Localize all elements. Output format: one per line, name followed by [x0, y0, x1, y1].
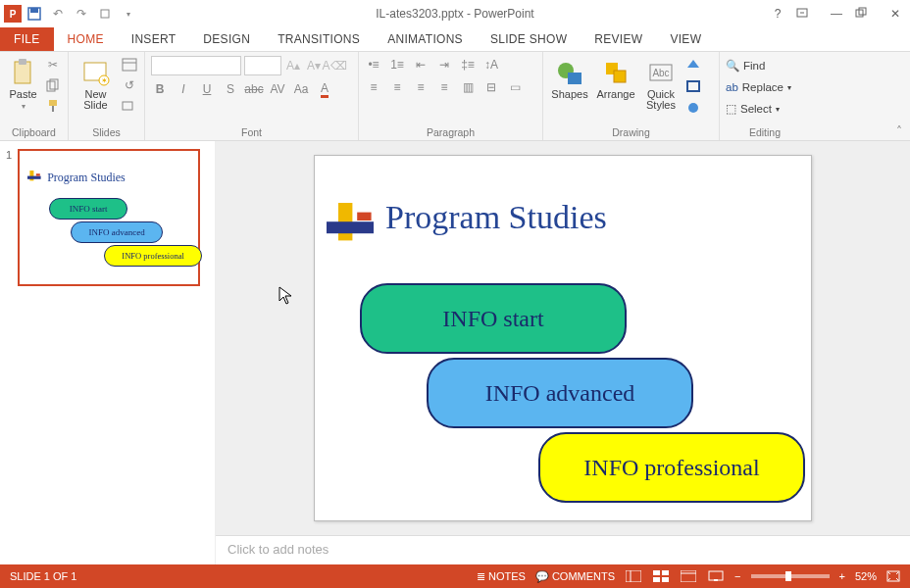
svg-rect-27 — [30, 171, 34, 180]
normal-view-icon[interactable] — [625, 569, 642, 583]
paste-button[interactable]: Paste ▾ — [6, 56, 40, 113]
text-direction-icon[interactable]: ↕A — [482, 56, 500, 74]
bold-icon[interactable]: B — [151, 80, 169, 98]
zoom-slider-thumb[interactable] — [785, 571, 791, 581]
group-label-slides: Slides — [75, 125, 138, 138]
chevron-down-icon: ▾ — [22, 102, 25, 111]
ribbon-options-icon[interactable] — [796, 7, 818, 21]
tab-view[interactable]: VIEW — [656, 27, 715, 51]
reading-view-icon[interactable] — [680, 569, 697, 583]
slide-shape-info-start[interactable]: INFO start — [360, 283, 627, 354]
ribbon-tabs: FILE HOME INSERT DESIGN TRANSITIONS ANIM… — [0, 27, 910, 51]
svg-rect-29 — [36, 173, 40, 175]
thumbnail-shape-2: INFO advanced — [71, 221, 163, 243]
workspace: 1 Program Studies INFO start INFO advanc… — [0, 141, 910, 564]
shape-effects-icon[interactable] — [684, 99, 702, 117]
columns-icon[interactable]: ▥ — [459, 78, 477, 96]
zoom-level[interactable]: 52% — [855, 570, 877, 582]
numbering-icon[interactable]: 1≡ — [388, 56, 406, 74]
slide-logo-icon — [27, 171, 43, 186]
svg-rect-28 — [27, 176, 41, 179]
underline-icon[interactable]: U — [198, 80, 216, 98]
bullets-icon[interactable]: •≡ — [365, 56, 382, 74]
font-family-combo[interactable] — [151, 56, 241, 75]
smartart-icon[interactable]: ▭ — [506, 78, 524, 96]
slide-logo-icon — [327, 203, 374, 250]
slide-title[interactable]: Program Studies — [385, 199, 607, 236]
tab-design[interactable]: DESIGN — [189, 27, 264, 51]
slide-sorter-view-icon[interactable] — [652, 569, 670, 583]
align-left-icon[interactable]: ≡ — [365, 78, 382, 96]
tab-insert[interactable]: INSERT — [118, 27, 190, 51]
window-title: IL-ates3203.pptx - PowerPoint — [376, 7, 533, 21]
font-size-combo[interactable] — [244, 56, 281, 75]
quick-styles-icon: Abc — [646, 58, 676, 87]
close-icon[interactable]: ✕ — [885, 7, 906, 21]
zoom-out-icon[interactable]: − — [734, 570, 740, 582]
svg-rect-7 — [15, 62, 30, 83]
svg-rect-38 — [662, 577, 669, 582]
italic-icon[interactable]: I — [175, 80, 192, 98]
replace-button[interactable]: abReplace▾ — [726, 77, 791, 97]
reset-icon[interactable]: ↺ — [121, 76, 138, 94]
font-color-icon[interactable]: A — [316, 80, 333, 98]
notes-pane[interactable]: Click to add notes — [216, 535, 910, 564]
find-button[interactable]: 🔍Find — [726, 56, 791, 75]
start-from-beginning-icon[interactable] — [94, 3, 116, 24]
tab-file[interactable]: FILE — [0, 27, 54, 51]
slide-thumbnail-pane: 1 Program Studies INFO start INFO advanc… — [0, 141, 216, 564]
section-icon[interactable] — [121, 97, 138, 115]
tab-home[interactable]: HOME — [54, 27, 118, 51]
undo-icon[interactable]: ↶ — [47, 3, 69, 24]
quick-styles-button[interactable]: Abc Quick Styles — [641, 56, 681, 113]
collapse-ribbon-icon[interactable]: ˄ — [896, 124, 902, 138]
shape-fill-icon[interactable] — [684, 56, 702, 74]
qat-more-icon[interactable]: ▾ — [118, 3, 139, 24]
layout-icon[interactable] — [121, 56, 138, 74]
slide-area: Program Studies INFO start INFO advanced… — [216, 141, 910, 564]
slide-canvas[interactable]: Program Studies INFO start INFO advanced… — [314, 155, 812, 521]
shape-outline-icon[interactable] — [684, 77, 702, 95]
arrange-button[interactable]: Arrange — [594, 56, 637, 102]
change-case-icon[interactable]: Aa — [292, 80, 310, 98]
slide-shape-info-advanced[interactable]: INFO advanced — [427, 358, 693, 428]
minimize-icon[interactable]: — — [826, 7, 847, 21]
align-text-icon[interactable]: ⊟ — [482, 78, 500, 96]
strikethrough-icon[interactable]: abc — [245, 80, 263, 98]
tab-animations[interactable]: ANIMATIONS — [374, 27, 477, 51]
fit-to-window-icon[interactable] — [886, 570, 900, 582]
tab-slideshow[interactable]: SLIDE SHOW — [477, 27, 581, 51]
justify-icon[interactable]: ≡ — [435, 78, 453, 96]
redo-icon[interactable]: ↷ — [71, 3, 92, 24]
status-notes-button[interactable]: ≣ NOTES — [477, 570, 526, 583]
new-slide-button[interactable]: ✶ New Slide — [75, 56, 117, 113]
help-icon[interactable]: ? — [767, 7, 788, 21]
tab-review[interactable]: REVIEW — [581, 27, 656, 51]
increase-indent-icon[interactable]: ⇥ — [435, 56, 453, 74]
align-right-icon[interactable]: ≡ — [412, 78, 430, 96]
select-button[interactable]: ⬚Select▾ — [726, 99, 791, 119]
decrease-indent-icon[interactable]: ⇤ — [412, 56, 430, 74]
shapes-button[interactable]: Shapes — [549, 56, 590, 102]
shadow-icon[interactable]: S — [222, 80, 239, 98]
char-spacing-icon[interactable]: AV — [269, 80, 286, 98]
zoom-in-icon[interactable]: + — [839, 570, 845, 582]
increase-font-icon[interactable]: A▴ — [284, 57, 302, 74]
cut-icon[interactable]: ✂ — [44, 56, 62, 74]
decrease-font-icon[interactable]: A▾ — [305, 57, 323, 74]
line-spacing-icon[interactable]: ‡≡ — [459, 56, 477, 74]
tab-transitions[interactable]: TRANSITIONS — [264, 27, 374, 51]
slideshow-view-icon[interactable] — [707, 569, 725, 583]
format-painter-icon[interactable] — [44, 97, 62, 115]
thumbnail-slide-1[interactable]: 1 Program Studies INFO start INFO advanc… — [6, 149, 209, 286]
copy-icon[interactable] — [44, 76, 62, 94]
save-icon[interactable] — [24, 3, 45, 24]
svg-rect-1 — [30, 8, 38, 13]
clear-formatting-icon[interactable]: A⌫ — [326, 57, 343, 74]
status-comments-button[interactable]: 💬 COMMENTS — [535, 570, 615, 583]
slide-shape-info-professional[interactable]: INFO professional — [538, 432, 805, 503]
app-icon: P — [4, 5, 22, 23]
restore-icon[interactable] — [855, 7, 877, 21]
zoom-slider[interactable] — [751, 574, 830, 578]
align-center-icon[interactable]: ≡ — [388, 78, 406, 96]
